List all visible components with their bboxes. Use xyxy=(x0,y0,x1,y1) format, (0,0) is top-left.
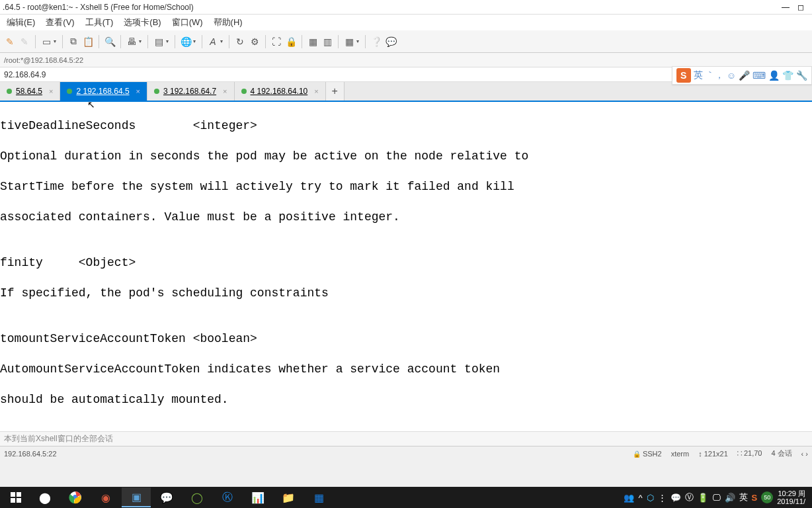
session-tab-2[interactable]: 2 192.168.64.5 × xyxy=(60,82,147,101)
tray-volume-icon[interactable]: 🔊 xyxy=(725,493,735,503)
status-proto: SSH2 xyxy=(633,450,662,458)
menu-tabs[interactable]: 选项卡(B) xyxy=(120,15,165,30)
ime-emoji-icon[interactable]: ☺ xyxy=(727,70,736,81)
fullscreen-icon[interactable]: ⛶ xyxy=(270,36,282,48)
globe-icon[interactable]: 🌐 xyxy=(180,36,192,48)
session-tab-4[interactable]: 4 192.168.64.10 × xyxy=(235,82,326,101)
tray-bt-icon[interactable]: ⋮ xyxy=(658,493,667,503)
status-dot-icon xyxy=(154,89,159,94)
term-line: associated containers. Value must be a p… xyxy=(0,210,812,225)
svg-rect-1 xyxy=(17,492,21,497)
status-dot-icon xyxy=(241,89,247,94)
ime-mic-icon[interactable]: 🎤 xyxy=(739,70,750,81)
task-app2[interactable]: ◯ xyxy=(183,487,212,507)
task-notes[interactable]: 📊 xyxy=(243,487,272,507)
status-dot-icon xyxy=(67,89,72,94)
broadcast-text: 本到当前Xshell窗口的全部会话 xyxy=(4,433,113,444)
terminal[interactable]: tiveDeadlineSeconds <integer> Optional d… xyxy=(0,102,812,431)
start-button[interactable] xyxy=(3,487,29,507)
chat-icon[interactable]: 💬 xyxy=(385,36,397,48)
gear-icon[interactable]: ⚙ xyxy=(249,36,261,48)
broadcast-bar[interactable]: 本到当前Xshell窗口的全部会话 xyxy=(0,431,812,446)
menu-help[interactable]: 帮助(H) xyxy=(210,15,247,30)
task-app3[interactable]: ▦ xyxy=(304,487,333,507)
svg-rect-3 xyxy=(17,498,21,503)
maximize-button[interactable]: ◻ xyxy=(797,3,804,12)
term-line: finity <Object> xyxy=(0,255,812,271)
layout2-icon[interactable]: ▥ xyxy=(321,36,333,48)
ime-tool-icon[interactable]: 🔧 xyxy=(796,70,807,81)
ime-punct[interactable]: ｀， xyxy=(706,69,724,81)
tab-close-icon[interactable]: × xyxy=(136,87,140,95)
add-tab-button[interactable]: + xyxy=(326,82,345,101)
tray-battery-icon[interactable]: 🔋 xyxy=(698,493,708,503)
tray-up-icon[interactable]: ^ xyxy=(638,493,642,503)
tab-bar: 58.64.5 × 2 192.168.64.5 × 3 192.168.64.… xyxy=(0,82,812,102)
search-icon[interactable]: 🔍 xyxy=(104,36,116,48)
tray-people-icon[interactable]: 👥 xyxy=(624,493,634,503)
status-pos: ⸬ 21,70 xyxy=(737,449,762,458)
new-session-icon[interactable]: ✎ xyxy=(4,36,16,48)
address-bar[interactable]: /root:*@192.168.64.5:22 xyxy=(0,53,812,67)
tray-clock[interactable]: 10:29 周 2019/11/ xyxy=(777,489,805,505)
svg-rect-0 xyxy=(11,492,15,497)
refresh-icon[interactable]: ↻ xyxy=(234,36,246,48)
tray-ime[interactable]: 英 xyxy=(739,491,748,503)
ime-skin-icon[interactable]: 👕 xyxy=(782,70,793,81)
ime-lang[interactable]: 英 xyxy=(694,69,703,81)
status-arrows[interactable]: ‹ › xyxy=(801,450,808,458)
tray-v-icon[interactable]: Ⓥ xyxy=(685,491,694,503)
session-tab-3[interactable]: 3 192.168.64.7 × xyxy=(147,82,235,101)
help-icon[interactable]: ❔ xyxy=(370,36,382,48)
tray-wechat-icon[interactable]: 💬 xyxy=(670,493,681,503)
tray-badge[interactable]: 50 xyxy=(761,491,773,503)
copy-icon[interactable]: ⧉ xyxy=(67,36,79,48)
task-wechat[interactable]: 💬 xyxy=(152,487,181,507)
status-sessions: 4 会话 xyxy=(771,448,792,458)
task-obs[interactable]: ⬤ xyxy=(30,487,60,507)
task-app1[interactable]: ◉ xyxy=(91,487,120,507)
menu-view[interactable]: 查看(V) xyxy=(42,15,78,30)
ime-widget[interactable]: S 英 ｀， ☺ 🎤 ⌨ 👤 👕 🔧 xyxy=(672,66,812,85)
print-icon[interactable]: 🖶 xyxy=(126,36,138,48)
tray-shield-icon[interactable]: ⬡ xyxy=(647,493,654,503)
titlebar: .64.5 - root@ken1:~ - Xshell 5 (Free for… xyxy=(0,0,812,15)
ime-keyboard-icon[interactable]: ⌨ xyxy=(752,70,766,81)
font-icon[interactable]: A xyxy=(207,36,219,48)
tile-icon[interactable]: ▦ xyxy=(343,36,355,48)
tab-close-icon[interactable]: × xyxy=(314,87,318,95)
folder-icon[interactable]: ▤ xyxy=(153,36,165,48)
window-title: .64.5 - root@ken1:~ - Xshell 5 (Free for… xyxy=(3,3,194,12)
session-tab-1[interactable]: 58.64.5 × xyxy=(0,82,60,101)
sogou-icon[interactable]: S xyxy=(676,68,691,83)
ime-person-icon[interactable]: 👤 xyxy=(768,70,780,81)
paste-icon[interactable]: 📋 xyxy=(82,36,94,48)
term-line: should be automatically mounted. xyxy=(0,392,812,407)
task-folder[interactable]: 📁 xyxy=(274,487,303,507)
properties-icon[interactable]: ▭ xyxy=(40,36,52,48)
menu-window[interactable]: 窗口(W) xyxy=(168,15,207,30)
menubar: 编辑(E) 查看(V) 工具(T) 选项卡(B) 窗口(W) 帮助(H) xyxy=(0,15,812,30)
menu-tools[interactable]: 工具(T) xyxy=(81,15,118,30)
lock-icon[interactable]: 🔒 xyxy=(285,36,297,48)
tab-close-icon[interactable]: × xyxy=(223,87,227,95)
task-xshell[interactable]: ▣ xyxy=(122,487,151,507)
tab-close-icon[interactable]: × xyxy=(49,87,53,95)
menu-edit[interactable]: 编辑(E) xyxy=(3,15,39,30)
status-dot-icon xyxy=(7,89,12,94)
host-bar: 92.168.64.9 S 英 ｀， ☺ 🎤 ⌨ 👤 👕 🔧 xyxy=(0,67,812,82)
lock-icon xyxy=(633,450,641,458)
open-icon[interactable]: ✎ xyxy=(19,36,30,48)
task-kugou[interactable]: Ⓚ xyxy=(213,487,242,507)
term-line: Optional duration in seconds the pod may… xyxy=(0,149,812,164)
status-term: xterm xyxy=(671,450,690,458)
tray-monitor-icon[interactable]: 🖵 xyxy=(712,493,721,503)
layout1-icon[interactable]: ▦ xyxy=(307,36,319,48)
task-chrome[interactable] xyxy=(61,487,90,507)
toolbar: ✎ ✎ ▭▾ ⧉ 📋 🔍 🖶▾ ▤▾ 🌐▾ A▾ ↻ ⚙ ⛶ 🔒 ▦ ▥ ▦▾ … xyxy=(0,30,812,53)
minimize-button[interactable]: — xyxy=(782,3,790,12)
term-line: tiveDeadlineSeconds <integer> xyxy=(0,118,812,134)
tray-sogou-icon[interactable]: S xyxy=(752,493,758,503)
status-bar: 192.168.64.5:22 SSH2 xterm 121x21 ⸬ 21,7… xyxy=(0,446,812,460)
term-line: StartTime before the system will activel… xyxy=(0,179,812,194)
